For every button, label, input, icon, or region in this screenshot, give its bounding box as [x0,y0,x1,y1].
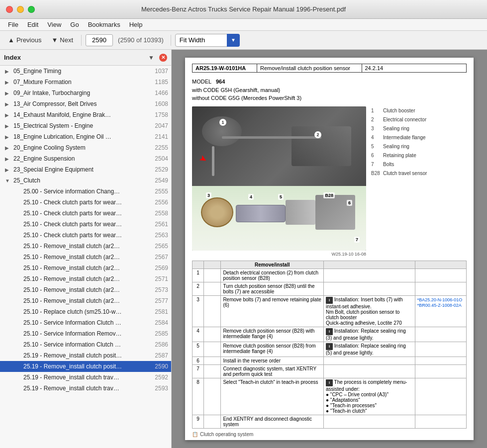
sidebar-item[interactable]: 25.10 - Check clutch parts for wear… 256… [0,230,171,241]
col-header-ref [415,261,466,269]
sidebar-item[interactable]: ▶ 09_Air Intake, Turbocharging 1466 [0,88,171,98]
menu-file[interactable]: File [4,20,22,29]
legend-item: 3 Sealing ring [371,124,451,133]
table-row: 4 Remove clutch position sensor (B28) wi… [193,327,467,342]
legend-text: Electrical connector [383,115,426,124]
sidebar-item[interactable]: ▶ 05_Engine Timing 1037 [0,66,171,77]
zoom-select[interactable]: Fit Width Fit Page 50% 75% 100% 125% 150… [175,34,240,47]
ref-link[interactable]: *BA25.20-N-1006-01O [417,297,463,302]
sidebar-item-page: 2581 [155,308,168,315]
sidebar-item[interactable]: ▶ 18_Engine Lubrication, Engine Oil … 21… [0,131,171,142]
sidebar-item[interactable]: 25.10 - Service Information Clutch … 258… [0,317,171,328]
sidebar-item[interactable]: 25.19 - Remove_install clutch posit… 259… [0,361,171,372]
row-icon [203,327,220,342]
row-ref [415,282,466,295]
row-ref [415,357,466,364]
sidebar-item-page: 2556 [155,199,168,206]
window-controls[interactable] [6,6,35,13]
maximize-button[interactable] [28,6,35,13]
row-action: Turn clutch position sensor (B28) until … [221,282,324,295]
sidebar-item[interactable]: ▶ 22_Engine Suspension 2504 [0,153,171,164]
row-note [324,269,415,282]
menu-go[interactable]: Go [66,20,83,29]
sidebar-item[interactable]: 25.10 - Remove_install clutch (ar2… 2571 [0,273,171,284]
col-header-num [193,261,204,269]
minimize-button[interactable] [17,6,24,13]
row-icon [203,378,220,415]
sidebar-item-label: 25.10 - Service Information Clutch … [23,319,153,326]
sidebar-dropdown-button[interactable]: ▼ [146,53,156,62]
close-button[interactable] [6,6,13,13]
ref-link[interactable]: *BR00.45-Z-1008-02A [417,303,462,308]
sidebar-item[interactable]: 25.19 - Remove_install clutch posit… 258… [0,350,171,361]
table-row: 9 End XENTRY and disconnect diagnostic s… [193,415,467,428]
menu-help[interactable]: Help [125,20,147,29]
sidebar-item-label: 25.10 - Service Information Remov… [23,330,153,337]
sidebar-item-label: 25.10 - Remove_install clutch (ar2… [23,297,153,304]
previous-button[interactable]: ▲ Previous [4,34,45,46]
sidebar-item-label: 05_Engine Timing [13,68,153,75]
legend-item: 2 Electrical connector [371,115,451,124]
install-icon: i [326,328,333,335]
sidebar-item[interactable]: ▶ 15_Electrical System - Engine 2047 [0,120,171,131]
window-title: Mercedes-Benz Actros Trucks Service Repa… [141,5,346,13]
sidebar-item-page: 2585 [155,330,168,337]
sidebar-item[interactable]: ▼ 25_Clutch 2549 [0,175,171,186]
sidebar-item[interactable]: 25.10 - Check clutch parts for wear… 255… [0,208,171,219]
sidebar-item[interactable]: 25.10 - Remove_install clutch (ar2… 2573 [0,284,171,295]
page-input[interactable] [86,34,113,46]
sidebar-close-button[interactable]: ✕ [159,54,167,62]
sidebar-item[interactable]: ▶ 13_Air Compressor, Belt Drives 1608 [0,98,171,109]
content-area[interactable]: AR25.19-W-0101HA Remove/install clutch p… [172,50,487,448]
menu-view[interactable]: View [43,20,65,29]
sidebar-item[interactable]: 25.10 - Remove_install clutch (ar2… 2567 [0,252,171,263]
menu-bookmarks[interactable]: Bookmarks [84,20,124,29]
legend-text: Sealing ring [383,124,409,133]
sidebar-item-icon: ▶ [5,156,12,162]
sidebar-item[interactable]: 25.10 - Check clutch parts for wear… 255… [0,197,171,208]
row-num: 4 [193,327,204,342]
sidebar-item-page: 1037 [155,68,168,75]
row-action: Remove bolts (7) and remove retaining pl… [221,295,324,327]
legend-text: Bolts [383,160,394,169]
table-row: 1 Detach electrical connection (2) from … [193,269,467,282]
page-info: (2590 of 10393) [115,36,167,44]
sidebar-item-page: 2592 [155,374,168,381]
sidebar-item[interactable]: ▶ 14_Exhaust Manifold, Engine Brak… 1758 [0,109,171,120]
sidebar-item-page: 2555 [155,188,168,195]
model-label: MODEL [192,79,214,85]
sidebar-item-page: 2571 [155,275,168,282]
sidebar-item[interactable]: ▶ 20_Engine Cooling System 2255 [0,142,171,153]
sidebar-item-page: 2593 [155,385,168,392]
row-ref [415,415,466,428]
title-bar: Mercedes-Benz Actros Trucks Service Repa… [0,0,487,19]
row-note: i Installation: Replace sealing ring (3)… [324,327,415,342]
model-number: 964 [216,79,225,85]
sidebar-item[interactable]: 25.19 - Remove_install clutch trav… 2593 [0,383,171,394]
sidebar-item[interactable]: 25.10 - Replace clutch (sm25.10-w… 2581 [0,306,171,317]
sidebar-item-page: 2563 [155,232,168,239]
sidebar-item[interactable]: ▶ 07_Mixture Formation 1185 [0,77,171,88]
sidebar-item-page: 2504 [155,155,168,162]
sidebar-item[interactable]: 25.19 - Remove_install clutch trav… 2592 [0,372,171,383]
menu-edit[interactable]: Edit [23,20,42,29]
document-page: AR25.19-W-0101HA Remove/install clutch p… [185,58,474,440]
sidebar-item[interactable]: ▶ 23_Special Engine Equipment 2529 [0,164,171,175]
sidebar-item[interactable]: 25.10 - Check clutch parts for wear… 256… [0,219,171,230]
sidebar-item[interactable]: 25.10 - Remove_install clutch (ar2… 2577 [0,295,171,306]
legend-text: Clutch booster [383,106,415,115]
sidebar-item-page: 2590 [155,363,168,370]
sidebar-item[interactable]: 25.00 - Service information Chang… 2555 [0,186,171,197]
sidebar-item[interactable]: 25.10 - Remove_install clutch (ar2… 2565 [0,241,171,252]
sidebar-item-label: 25.10 - Check clutch parts for wear… [23,232,153,239]
row-num: 8 [193,378,204,415]
sidebar-item-label: 15_Electrical System - Engine [13,122,153,129]
technical-image: 1 2 ➤ [192,106,366,251]
sidebar-item[interactable]: 25.10 - Service information Clutch … 258… [0,339,171,350]
legend-item: 5 Sealing ring [371,142,451,151]
sidebar-item-label: 22_Engine Suspension [13,155,153,162]
next-button[interactable]: ▼ Next [47,34,77,46]
legend-num: 1 [371,106,381,115]
sidebar-item[interactable]: 25.10 - Remove_install clutch (ar2… 2569 [0,263,171,273]
sidebar-item[interactable]: 25.10 - Service Information Remov… 2585 [0,328,171,339]
